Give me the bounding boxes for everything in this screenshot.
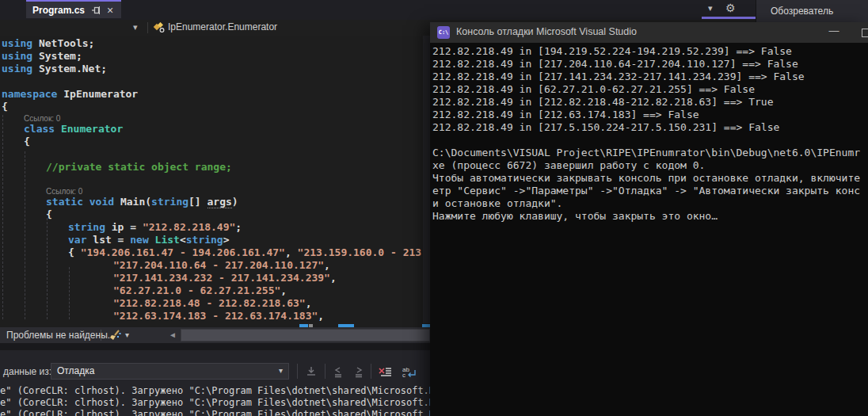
code-line[interactable] [0, 148, 423, 161]
word-wrap-icon[interactable]: ab c [401, 364, 418, 380]
code-token: string [151, 196, 188, 208]
code-token: static [46, 196, 83, 208]
code-line[interactable]: namespace IpEnumerator [0, 88, 423, 101]
console-line: 212.82.218.49 in [217.141.234.232-217.14… [432, 71, 868, 83]
console-line: и остановке отладки". [432, 197, 868, 210]
code-token: ip = [105, 221, 143, 233]
code-token: Ссылок: 0 [24, 114, 60, 123]
code-line[interactable]: { [0, 101, 423, 113]
scrollbar-thumb[interactable] [181, 330, 429, 341]
console-title-bar[interactable]: C:\ Консоль отладки Microsoft Visual Stu… [430, 22, 868, 43]
chevron-down-icon[interactable]: ▾ [708, 3, 713, 13]
horizontal-scrollbar[interactable] [181, 329, 430, 342]
code-token: Ссылок: 0 [46, 187, 82, 196]
code-line[interactable]: "62.27.21.0 - 62.27.21.255", [0, 284, 423, 297]
console-output[interactable]: 212.82.218.49 in [194.219.52.224-194.219… [430, 43, 868, 416]
output-source-value: Отладка [57, 365, 94, 376]
code-line[interactable]: Ссылок: 0 [0, 113, 423, 123]
clear-output-icon[interactable] [376, 364, 394, 380]
code-line[interactable]: Ссылок: 0 [0, 186, 423, 196]
code-token: lst = [86, 234, 130, 246]
console-line: етр "Сервис" ->"Параметры" ->"Отладка" -… [432, 185, 868, 197]
code-token: , [318, 310, 324, 322]
code-line[interactable]: { [0, 208, 423, 221]
console-line: хе (процесс 6672) завершил работу с кодо… [432, 159, 868, 172]
code-line[interactable] [0, 75, 423, 88]
code-token: { [68, 246, 81, 258]
code-line[interactable] [0, 174, 423, 186]
goto-message-icon[interactable] [303, 364, 320, 380]
output-source-label: данные из: [3, 366, 51, 377]
code-token: [] [188, 196, 207, 208]
code-token: , [330, 272, 337, 284]
code-line[interactable]: { [0, 135, 423, 148]
console-line: 212.82.218.49 in [217.5.150.224-217.5.15… [432, 121, 868, 134]
code-token: NetTools; [32, 37, 94, 49]
console-line: 212.82.218.49 in [62.27.21.0-62.27.21.25… [432, 83, 868, 96]
code-token: "212.82.218.49" [143, 221, 235, 233]
console-line: Чтобы автоматически закрывать консоль пр… [432, 172, 868, 185]
output-lines: e" (CoreCLR: clrhost). Загружено "C:\Pro… [0, 385, 430, 416]
prev-message-icon[interactable] [329, 364, 347, 380]
code-line[interactable]: "217.204.110.64 - 217.204.110.127", [0, 259, 423, 272]
maximize-icon[interactable] [862, 29, 868, 37]
console-line [432, 134, 868, 147]
tab-title: Program.cs [32, 5, 85, 16]
code-token: List [149, 234, 180, 246]
tab-bar: Program.cs × ▾ ⚙ Обозреватель решений [0, 0, 868, 20]
code-line[interactable]: static void Main(string[] args) [0, 196, 423, 208]
code-line[interactable]: using System.Net; [0, 63, 423, 75]
code-token: ; [235, 221, 242, 233]
console-icon: C:\ [437, 26, 450, 39]
accent-underline [702, 17, 756, 19]
code-line[interactable]: using System; [0, 50, 423, 63]
code-token: string [186, 234, 223, 246]
code-token: void [83, 196, 114, 208]
tab-program-cs[interactable]: Program.cs × [26, 0, 121, 18]
code-token: class [24, 123, 55, 135]
code-line[interactable]: var lst = new List<string> [0, 234, 423, 246]
code-token: "217.141.234.232 - 217.141.234.239" [113, 272, 330, 284]
code-token: > [223, 234, 230, 246]
code-token: "212.63.174.183 - 212.63.174.183" [113, 310, 318, 322]
code-token: Main( [114, 196, 151, 208]
breadcrumb[interactable]: IpEnumerator.Enumerator [168, 21, 277, 32]
chevron-down-icon[interactable]: ▾ [125, 330, 129, 339]
next-message-icon[interactable] [350, 364, 367, 380]
svg-text:c: c [402, 372, 405, 378]
close-icon[interactable]: × [107, 5, 113, 16]
gear-icon[interactable]: ⚙ [725, 2, 736, 14]
output-source-dropdown[interactable]: Отладка ▾ [51, 363, 289, 380]
code-line[interactable]: "217.141.234.232 - 217.141.234.239", [0, 272, 423, 284]
code-token: , [280, 284, 287, 296]
code-line[interactable]: "212.63.174.183 - 212.63.174.183", [0, 310, 423, 322]
divider [147, 22, 148, 33]
class-icon [153, 22, 166, 33]
code-token: ) [232, 196, 238, 208]
code-line[interactable]: "212.82.218.48 - 212.82.218.63", [0, 297, 423, 310]
code-token: "217.204.110.64 - 217.204.110.127" [113, 259, 324, 271]
code-editor[interactable]: using NetTools;using System;using System… [0, 36, 430, 323]
scroll-left-icon[interactable]: ◄ [169, 330, 177, 339]
pin-icon[interactable] [91, 6, 101, 15]
code-token: IpEnumerator [57, 88, 138, 100]
code-token: new [130, 234, 148, 246]
code-token: System; [32, 50, 82, 62]
code-token: "62.27.21.0 - 62.27.21.255" [113, 284, 280, 296]
console-line: 212.82.218.49 in [194.219.52.224-194.219… [432, 45, 868, 58]
code-line[interactable]: using NetTools; [0, 37, 423, 50]
document-well-controls: ▾ ⚙ [702, 0, 756, 20]
code-line[interactable]: string ip = "212.82.218.49"; [0, 221, 423, 234]
solution-explorer-header[interactable]: Обозреватель решений [756, 0, 868, 22]
project-dropdown[interactable]: ▾ [0, 20, 147, 36]
code-token: using [2, 50, 32, 62]
vertical-scrollbar[interactable] [423, 36, 430, 323]
minimize-icon[interactable]: — [822, 25, 846, 36]
code-cleanup-icon[interactable] [108, 329, 122, 342]
code-line[interactable]: class Enumerator [0, 123, 423, 135]
output-panel: данные из: Отладка ▾ ab [0, 350, 430, 416]
code-line[interactable]: //private static object range; [0, 161, 423, 174]
code-token: , [324, 259, 330, 271]
code-token: using [2, 63, 32, 74]
code-line[interactable]: { "194.206.161.47 - 194.206.161.47", "21… [0, 246, 423, 259]
